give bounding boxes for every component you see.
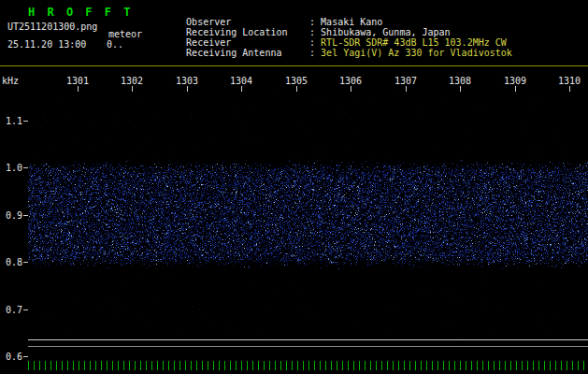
freq-tick-label: 1.0 [2,163,22,173]
counter-label: 0.. [107,39,123,50]
spectrogram-canvas [28,89,588,339]
app-title: H R O F F T [28,6,133,19]
time-tick-label: 1305 [278,76,315,86]
output-filename: UT2511201300.png [7,22,97,32]
datetime-label: 25.11.20 13:00 [7,39,86,50]
time-tick-label: 1308 [441,76,479,86]
freq-tick-mark [23,356,28,357]
antenna-label: Receiving Antenna [186,48,309,58]
time-tick-label: 1302 [113,76,151,86]
time-tick-label: 1307 [387,76,424,86]
time-tick-label: 1304 [222,76,260,86]
level-strip-lower-baseline [28,346,588,347]
freq-tick-label: 0.6 [2,352,22,362]
header-row-antenna: Receiving Antenna:3el Yagi(V) Az 330 for… [164,37,512,68]
freq-tick-label: 0.7 [2,305,22,315]
freq-tick-label: 1.1 [2,116,22,126]
freq-axis-unit-label: kHz [2,76,19,86]
observation-mode-label: meteor [108,29,142,39]
time-tick-label: 1309 [496,76,534,86]
freq-tick-label: 0.9 [2,210,22,221]
time-tick-label: 1306 [332,76,369,86]
antenna-value: 3el Yagi(V) Az 330 for Vladivostok [321,48,512,58]
hrofft-output-image: H R O F F T UT2511201300.png meteor 25.1… [0,0,588,374]
header-separator-line [0,65,588,66]
time-tick-label: 1301 [59,76,96,86]
time-tick-label: 1303 [168,76,206,86]
time-tick-comb [28,361,588,370]
time-tick-label: 1310 [551,76,588,86]
level-strip-upper-baseline [28,339,588,340]
antenna-separator: : [309,48,321,58]
freq-tick-label: 0.8 [2,257,22,267]
